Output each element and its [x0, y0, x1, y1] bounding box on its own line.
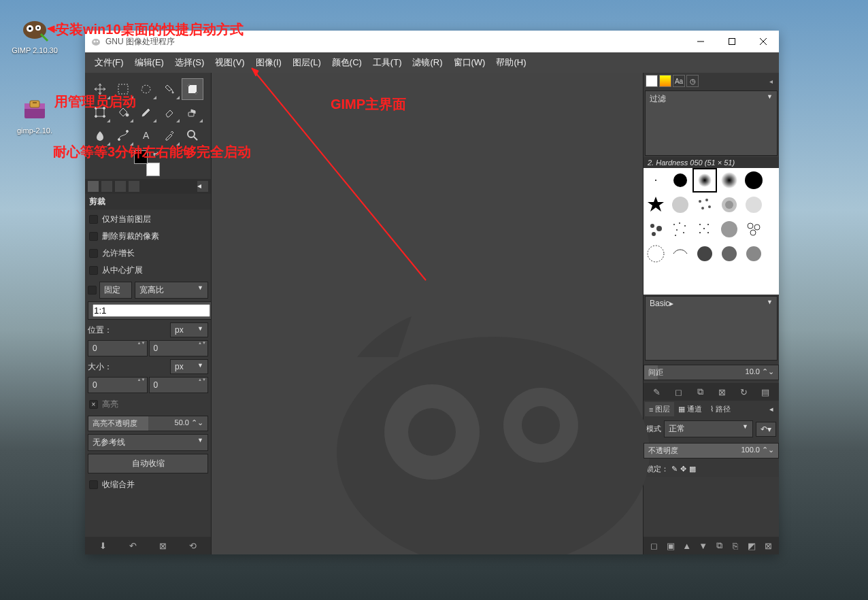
size-h-input[interactable]: 0▲▼ [149, 377, 209, 393]
svg-rect-8 [33, 102, 37, 103]
chk-highlight[interactable]: × [89, 400, 98, 409]
restore-preset-icon[interactable]: ↶ [127, 539, 139, 552]
tab-tool-options[interactable] [88, 181, 99, 192]
lock-pixels-icon[interactable]: ✎ [671, 465, 678, 473]
desktop-icon-gimp[interactable]: GIMP 2.10.30 [11, 15, 59, 54]
chk-allow-grow[interactable] [89, 249, 98, 258]
tab-paths[interactable]: ⌇ 路径 [706, 402, 735, 416]
svg-rect-20 [118, 84, 128, 94]
reset-icon[interactable]: ⟲ [187, 539, 199, 552]
tab-menu-right-icon[interactable]: ◂ [765, 75, 777, 87]
menu-select[interactable]: 选择(S) [169, 53, 210, 72]
delete-layer-icon[interactable]: ⊠ [762, 539, 774, 552]
chk-delete-px[interactable] [89, 232, 98, 241]
menu-tools[interactable]: 工具(T) [367, 53, 407, 72]
tab-patterns[interactable] [659, 75, 671, 87]
fixed-label[interactable]: 固定 [99, 282, 132, 299]
chk-only-layer[interactable] [89, 215, 98, 224]
tab-menu-icon[interactable]: ◂ [197, 181, 208, 192]
menu-colors[interactable]: 颜色(C) [327, 53, 367, 72]
svg-point-25 [103, 107, 105, 110]
menu-edit[interactable]: 编辑(E) [129, 53, 169, 72]
lower-layer-icon[interactable]: ▼ [697, 539, 710, 552]
blend-mode-select[interactable]: 正常▼ [664, 420, 753, 437]
swap-colors-icon[interactable]: ⇄ [153, 150, 158, 158]
tool-fuzzy-select[interactable] [158, 78, 180, 100]
tool-smudge[interactable] [89, 124, 111, 146]
menu-view[interactable]: 视图(V) [210, 53, 250, 72]
svg-point-57 [684, 225, 686, 227]
tool-free-select[interactable] [135, 78, 157, 100]
color-swatches[interactable]: ⇄ [134, 150, 164, 176]
position-unit[interactable]: px▼ [170, 322, 208, 337]
tool-move[interactable] [89, 78, 111, 100]
tool-paintbrush[interactable] [135, 101, 157, 123]
raise-layer-icon[interactable]: ▲ [681, 539, 693, 552]
mode-reset-icon[interactable]: ↶▾ [756, 422, 776, 437]
tab-images[interactable] [129, 181, 139, 192]
menu-layer[interactable]: 图层(L) [287, 53, 327, 72]
tab-undo-history[interactable] [115, 181, 126, 192]
tool-clone[interactable] [182, 101, 203, 123]
chk-shrink-merge[interactable] [89, 480, 98, 489]
hl-opacity-slider[interactable]: 高亮不透明度 50.0 ⌃⌄ [88, 416, 208, 431]
menu-file[interactable]: 文件(F) [89, 53, 129, 72]
svg-point-34 [337, 337, 650, 554]
dup-brush-icon[interactable]: ⧉ [695, 386, 707, 398]
opacity-slider[interactable]: 不透明度 100.0 ⌃⌄ [644, 443, 779, 459]
tab-channels[interactable]: ▦ 通道 [674, 402, 706, 416]
menu-image[interactable]: 图像(I) [250, 53, 287, 72]
refresh-brush-icon[interactable]: ↻ [737, 386, 750, 398]
size-unit[interactable]: px▼ [170, 359, 208, 374]
filter-select[interactable]: 过滤▼ [645, 90, 778, 156]
pos-x-input[interactable]: 0▲▼ [88, 340, 148, 356]
bg-color[interactable] [146, 163, 160, 176]
lock-alpha-icon[interactable]: ▩ [689, 465, 696, 473]
size-w-input[interactable]: 0▲▼ [88, 377, 148, 393]
save-preset-icon[interactable]: ⬇ [97, 539, 109, 552]
pos-y-input[interactable]: 0▲▼ [149, 340, 209, 356]
menu-filters[interactable]: 滤镜(R) [407, 53, 448, 72]
ratio-input[interactable] [93, 304, 210, 317]
tool-eraser[interactable] [158, 101, 180, 123]
chk-fixed[interactable] [88, 286, 97, 295]
merge-layer-icon[interactable]: ⎘ [729, 539, 741, 552]
mask-layer-icon[interactable]: ◩ [746, 539, 758, 552]
tool-text[interactable]: A [135, 124, 157, 146]
tool-color-picker[interactable] [158, 124, 180, 146]
menu-help[interactable]: 帮助(H) [490, 53, 531, 72]
tool-crop[interactable] [182, 78, 203, 100]
guides-select[interactable]: 无参考线▼ [88, 434, 208, 451]
chk-center-expand[interactable] [89, 266, 98, 275]
tab-menu-layers-icon[interactable]: ◂ [765, 402, 778, 416]
maximize-button[interactable] [716, 31, 748, 52]
tab-brushes[interactable] [646, 75, 658, 87]
close-button[interactable] [748, 31, 779, 52]
lbl-highlight: 高亮 [102, 399, 118, 410]
tab-fonts[interactable]: Aa [673, 75, 685, 87]
tool-transform[interactable] [89, 101, 111, 123]
auto-shrink-button[interactable]: 自动收缩 [88, 454, 208, 473]
tool-zoom[interactable] [182, 124, 203, 146]
lock-position-icon[interactable]: ✥ [680, 465, 686, 473]
svg-point-24 [95, 107, 97, 110]
tool-bucket[interactable] [112, 101, 134, 123]
delete-preset-icon[interactable]: ⊠ [157, 539, 169, 552]
tab-history[interactable]: ◷ [686, 75, 699, 87]
fg-color[interactable] [134, 150, 148, 164]
minimize-button[interactable] [685, 31, 716, 52]
del-brush-icon[interactable]: ⊠ [716, 386, 728, 398]
spacing-slider[interactable]: 间距 10.0 ⌃⌄ [644, 365, 779, 380]
canvas[interactable] [212, 73, 643, 554]
aspect-select[interactable]: 宽高比▼ [135, 282, 208, 299]
tab-device-status[interactable] [101, 181, 112, 192]
tool-rect-select[interactable] [112, 78, 134, 100]
titlebar[interactable]: GNU 图像处理程序 [85, 31, 779, 52]
desktop-icon-archive[interactable]: gimp-2.10. [11, 95, 59, 135]
open-brush-icon[interactable]: ▤ [759, 386, 771, 398]
svg-point-65 [703, 228, 705, 229]
tool-path[interactable] [112, 124, 134, 146]
menu-windows[interactable]: 窗口(W) [448, 53, 491, 72]
dup-layer-icon[interactable]: ⧉ [713, 539, 725, 552]
new-brush-icon[interactable]: ◻ [673, 386, 685, 398]
